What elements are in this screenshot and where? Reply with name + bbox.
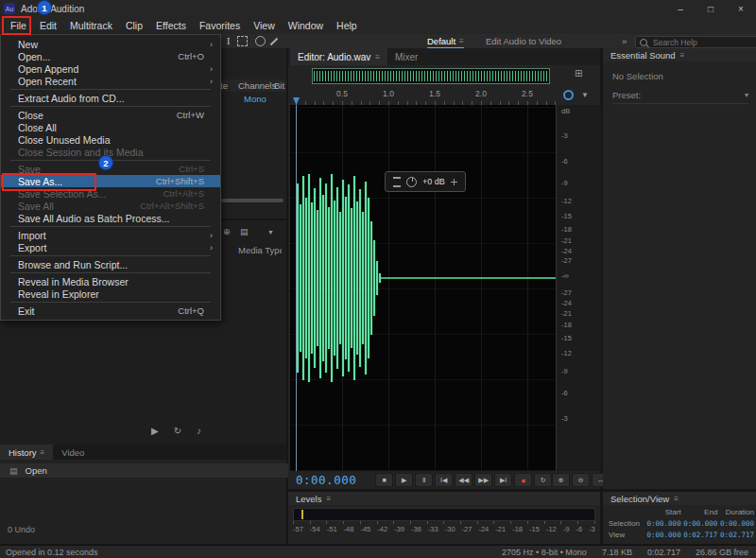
menubar-item-file[interactable]: File xyxy=(4,17,33,34)
menu-item-reveal-explorer[interactable]: Reveal in Explorer xyxy=(1,288,220,300)
column-bit-depth[interactable]: Bit Depth xyxy=(274,80,286,91)
menu-item-close-session[interactable]: Close Session and its Media xyxy=(1,146,220,158)
menu-item-export[interactable]: Export › xyxy=(1,241,220,253)
menu-item[interactable] xyxy=(1,300,220,305)
stop-button[interactable]: ■ xyxy=(375,473,393,487)
menubar-item-clip[interactable]: Clip xyxy=(119,17,149,34)
media-filter-icon[interactable]: ▼ xyxy=(267,229,274,235)
amplitude-ruler[interactable]: dB-3-6-9-12-15-18-21-24-27-∞-27-24-21-18… xyxy=(556,105,601,471)
selection-start-value[interactable]: 0:00.000 xyxy=(644,519,681,528)
spectral-toggle-icon[interactable] xyxy=(563,90,574,100)
menu-item-extract-audio[interactable]: Extract Audio from CD... xyxy=(1,92,220,104)
preview-speaker-icon[interactable]: ♪ xyxy=(197,426,201,436)
panel-menu-icon[interactable]: ≡ xyxy=(326,495,331,503)
zoom-in-button[interactable]: ⊕ xyxy=(552,473,570,487)
workspace-edit-audio-to-video[interactable]: Edit Audio to Video xyxy=(486,36,561,46)
workspace-default[interactable]: Default ≡ xyxy=(427,35,464,49)
volume-knob-icon[interactable] xyxy=(406,177,417,187)
status-format: 2705 Hz • 8-bit • Mono xyxy=(502,548,587,557)
menubar-item-effects[interactable]: Effects xyxy=(149,17,193,34)
menubar-item-edit[interactable]: Edit xyxy=(33,17,63,34)
menu-item-save-all-batch[interactable]: Save All Audio as Batch Process... xyxy=(1,212,220,224)
menu-item[interactable] xyxy=(1,104,220,109)
menu-item-open-append[interactable]: Open Append › xyxy=(1,62,220,75)
skip-to-end-button[interactable]: ▶Ⅰ xyxy=(494,473,512,487)
playhead-line[interactable] xyxy=(296,105,297,471)
fast-forward-button[interactable]: ▶▶ xyxy=(474,473,492,487)
waveform-canvas[interactable]: +0 dB xyxy=(290,105,556,471)
menu-item-save-selection-as[interactable]: Save Selection As... Ctrl+Alt+S xyxy=(1,187,220,200)
menu-item-close-unused-media[interactable]: Close Unused Media xyxy=(1,133,220,146)
menu-item[interactable] xyxy=(1,253,220,258)
waveform-overview-navigator[interactable] xyxy=(312,68,550,84)
menubar-item-favorites[interactable]: Favorites xyxy=(193,17,247,34)
menu-item-close-all[interactable]: Close All xyxy=(1,121,220,133)
skip-to-start-button[interactable]: Ⅰ◀ xyxy=(435,473,453,487)
timeline-ruler[interactable]: 0.51.01.52.02.5 xyxy=(290,86,556,106)
preview-play-icon[interactable]: ▶ xyxy=(151,426,159,436)
menu-item-reveal-media-browser[interactable]: Reveal in Media Browser xyxy=(1,275,220,288)
menu-item-close[interactable]: Close Ctrl+W xyxy=(1,109,220,121)
marquee-selection-tool-icon[interactable] xyxy=(237,36,248,46)
menu-item-save-as[interactable]: Save As... Ctrl+Shift+S xyxy=(1,175,220,187)
column-channels[interactable]: Channels xyxy=(238,80,276,91)
menu-item-exit[interactable]: Exit Ctrl+Q xyxy=(1,305,220,317)
panel-menu-icon[interactable]: ≡ xyxy=(674,495,679,503)
preset-dropdown-icon[interactable]: ▾ xyxy=(745,91,748,99)
close-button[interactable]: × xyxy=(726,0,756,17)
media-list-view-icon[interactable]: ▤ xyxy=(240,227,249,236)
minimize-button[interactable]: – xyxy=(665,0,696,17)
menubar-item-multitrack[interactable]: Multitrack xyxy=(63,17,119,34)
pin-icon[interactable] xyxy=(451,179,457,185)
history-row-open[interactable]: ▤ Open xyxy=(0,463,296,478)
selection-duration-value[interactable]: 0:00.000 xyxy=(717,519,754,528)
files-horizontal-scrollbar[interactable] xyxy=(221,199,284,202)
sv-col-duration: Duration xyxy=(717,508,754,516)
pause-button[interactable]: Ⅱ xyxy=(415,473,433,487)
channel-filter-icon[interactable]: ▼ xyxy=(581,91,589,99)
window-title: Adobe Audition xyxy=(21,4,84,14)
view-end-value[interactable]: 0:02.717 xyxy=(681,531,718,539)
menu-item-shortcut: Ctrl+Alt+Shift+S xyxy=(140,201,204,211)
menubar-item-window[interactable]: Window xyxy=(282,17,330,34)
editor-grid-settings-icon[interactable]: ⊞ xyxy=(575,68,582,78)
menubar-item-view[interactable]: View xyxy=(247,17,282,34)
maximize-button[interactable]: □ xyxy=(696,0,726,17)
record-button[interactable]: ● xyxy=(514,473,532,487)
tab-editor-audio-wav[interactable]: Editor: Audio.wav ≡ xyxy=(290,48,387,65)
panel-menu-icon[interactable]: ≡ xyxy=(680,51,685,60)
search-help-input[interactable] xyxy=(651,37,753,48)
level-scale-label: -48 xyxy=(344,525,354,533)
preview-loop-icon[interactable]: ↻ xyxy=(174,426,181,436)
zoom-out-button[interactable]: ⊖ xyxy=(572,473,590,487)
selection-end-value[interactable]: 0:00.000 xyxy=(681,519,718,528)
panel-menu-icon[interactable]: ≡ xyxy=(41,448,45,457)
media-type-filter[interactable]: Media Type xyxy=(238,245,282,255)
menu-item-open[interactable]: Open... Ctrl+O xyxy=(1,50,220,62)
menu-item-browse-run-script[interactable]: Browse and Run Script... xyxy=(1,258,220,270)
tab-mixer[interactable]: Mixer xyxy=(387,48,425,65)
paintbrush-tool-icon[interactable] xyxy=(270,37,278,44)
menu-item[interactable] xyxy=(1,270,220,275)
rewind-button[interactable]: ◀◀ xyxy=(455,473,472,487)
media-add-icon[interactable]: ⊕ xyxy=(223,227,231,236)
loop-button[interactable]: ↻ xyxy=(534,473,552,487)
workspace-overflow-icon[interactable]: » xyxy=(622,36,627,46)
view-duration-value[interactable]: 0:02.717 xyxy=(717,531,754,539)
view-start-value[interactable]: 0:00.000 xyxy=(644,531,681,539)
menu-item-new[interactable]: New › xyxy=(1,38,220,50)
time-selection-tool-icon[interactable]: I xyxy=(227,37,230,46)
menu-item[interactable] xyxy=(1,224,220,229)
tab-video[interactable]: Video xyxy=(53,445,93,460)
menu-item-import[interactable]: Import › xyxy=(1,229,220,241)
panel-menu-icon[interactable]: ≡ xyxy=(375,53,380,61)
menu-item-label: Save All Audio as Batch Process... xyxy=(18,213,195,224)
volume-hud[interactable]: +0 dB xyxy=(385,171,466,192)
menu-item[interactable] xyxy=(1,87,220,92)
menu-item-open-recent[interactable]: Open Recent › xyxy=(1,75,220,87)
menubar-item-help[interactable]: Help xyxy=(330,17,364,34)
tab-history[interactable]: History ≡ xyxy=(0,445,53,460)
menu-item-save-all[interactable]: Save All Ctrl+Alt+Shift+S xyxy=(1,200,220,212)
play-button[interactable]: ▶ xyxy=(395,473,413,487)
lasso-selection-tool-icon[interactable] xyxy=(255,36,266,46)
